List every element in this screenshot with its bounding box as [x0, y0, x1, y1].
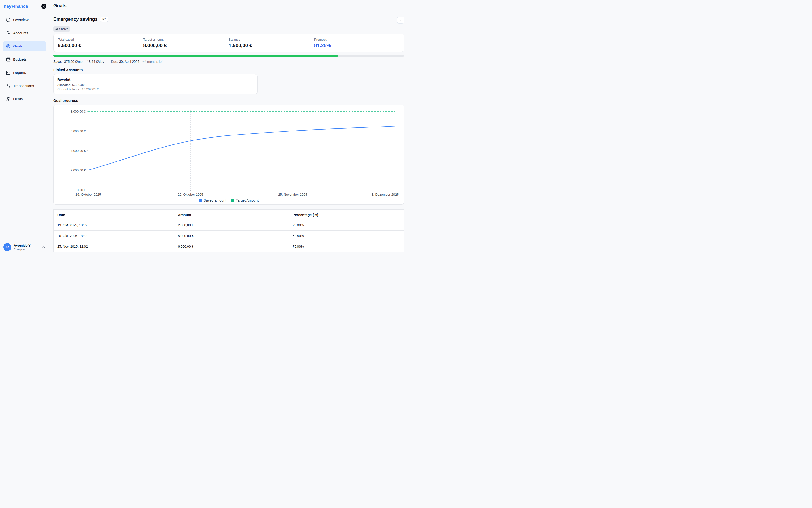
- sidebar-collapse-button[interactable]: [41, 4, 46, 9]
- sidebar-item-label: Budgets: [13, 57, 27, 61]
- chart-legend: Saved amountTarget Amount: [57, 198, 400, 202]
- pie-chart-icon: [6, 17, 11, 22]
- sidebar-item-label: Goals: [13, 44, 23, 48]
- due-label: Due:: [111, 60, 118, 64]
- x-axis-tick-label: 20. Oktober 2025: [178, 193, 203, 197]
- table-cell: 25.00%: [289, 220, 404, 230]
- legend-label: Saved amount: [204, 198, 227, 202]
- priority-badge: P2: [100, 17, 108, 22]
- sidebar-item-label: Overview: [13, 18, 29, 22]
- arrows-icon: [6, 84, 11, 88]
- goal-title-wrap: Emergency savings P2: [53, 16, 108, 22]
- sidebar-item-label: Debts: [13, 97, 23, 101]
- x-axis-tick-label: 3. Dezember 2025: [372, 193, 399, 197]
- sidebar-item-debts[interactable]: Debts: [3, 94, 46, 104]
- y-axis-tick-label: 4.000,00 €: [70, 149, 86, 153]
- due-date: 30. April 2026: [119, 60, 139, 64]
- sidebar-item-overview[interactable]: Overview: [3, 15, 46, 25]
- save-daily: 13,64 €/day: [87, 60, 104, 64]
- stat-value: 6.500,00 €: [58, 42, 143, 48]
- account-name: Revolut: [57, 77, 253, 81]
- table-cell: 5.000,00 €: [174, 230, 289, 241]
- kebab-icon: [399, 18, 402, 22]
- user-info: Ayomide Y Core plan: [14, 244, 31, 251]
- y-axis-tick-label: 2.000,00 €: [70, 169, 86, 172]
- debt-icon: [6, 97, 11, 101]
- save-monthly: 375,00 €/mo: [64, 60, 83, 64]
- sidebar-item-reports[interactable]: Reports: [3, 68, 46, 78]
- vertical-divider: [107, 60, 108, 64]
- sidebar-item-label: Accounts: [13, 31, 28, 35]
- account-allocated: Allocated: 6.500,00 €: [57, 83, 253, 87]
- stat-target-amount: Target amount8.000,00 €: [143, 38, 229, 48]
- saved-amount-line: [88, 126, 395, 170]
- y-axis-tick-label: 8.000,00 €: [70, 110, 86, 113]
- table-cell: 20. Okt. 2025, 18:32: [54, 230, 174, 241]
- user-menu[interactable]: AY Ayomide Y Core plan: [0, 240, 49, 254]
- sidebar-header: heyFinance: [0, 0, 49, 10]
- sidebar-item-budgets[interactable]: Budgets: [3, 54, 46, 65]
- table-cell: 75.00%: [289, 241, 404, 252]
- table-row: 19. Okt. 2025, 18:322.000,00 €25.00%: [54, 220, 404, 230]
- table-row: 25. Nov. 2025, 22:026.000,00 €75.00%: [54, 241, 404, 252]
- goal-progress-bar: [53, 55, 404, 57]
- sidebar-item-label: Reports: [13, 71, 26, 75]
- goal-title: Emergency savings: [53, 16, 98, 22]
- legend-item-saved-amount: Saved amount: [199, 198, 227, 202]
- table-cell: 2.000,00 €: [174, 220, 289, 230]
- column-header: Amount: [174, 210, 289, 220]
- app-logo: heyFinance: [4, 4, 28, 9]
- due-remaining: · ~4 months left: [141, 60, 163, 64]
- save-label: Save:: [53, 60, 62, 64]
- y-axis-tick-label: 0,00 €: [77, 188, 86, 192]
- table-cell: 25. Nov. 2025, 22:02: [54, 241, 174, 252]
- table-cell: 62.50%: [289, 230, 404, 241]
- sidebar-item-transactions[interactable]: Transactions: [3, 81, 46, 91]
- goal-header-row: Emergency savings P2: [53, 16, 404, 24]
- goal-progress-title: Goal progress: [53, 98, 404, 103]
- target-icon: [6, 44, 11, 49]
- main-content: Goals Emergency savings P2 Shared Total …: [49, 0, 406, 254]
- app-root: heyFinance OverviewAccountsGoalsBudgetsR…: [0, 0, 406, 254]
- shared-badge-label: Shared: [59, 28, 68, 31]
- goal-progress-chart-card: 0,00 €2.000,00 €4.000,00 €6.000,00 €8.00…: [53, 105, 404, 205]
- goal-progress-fill: [53, 55, 338, 57]
- legend-swatch: [199, 199, 202, 202]
- wallet-icon: [6, 57, 11, 62]
- stat-total-saved: Total saved6.500,00 €: [58, 38, 143, 48]
- linked-account-card[interactable]: Revolut Allocated: 6.500,00 € Current ba…: [53, 74, 257, 94]
- bank-icon: [6, 31, 11, 35]
- column-header: Date: [54, 210, 174, 220]
- account-balance: Current balance: 13.262,61 €: [57, 87, 253, 91]
- table-cell: 6.000,00 €: [174, 241, 289, 252]
- legend-swatch: [231, 199, 235, 202]
- table-row: 20. Okt. 2025, 18:325.000,00 €62.50%: [54, 230, 404, 241]
- table-header: DateAmountPercentage (%): [54, 210, 404, 220]
- goal-stats-card: Total saved6.500,00 €Target amount8.000,…: [53, 34, 404, 52]
- linked-accounts-title: Linked Accounts: [53, 68, 404, 72]
- save-summary: Save: 375,00 €/mo · 13,64 €/day Due: 30.…: [53, 60, 404, 64]
- y-axis-tick-label: 6.000,00 €: [70, 129, 86, 133]
- stat-value: 81.25%: [314, 42, 400, 48]
- chevron-up-icon: [42, 245, 46, 249]
- stat-label: Target amount: [143, 38, 229, 41]
- shared-badge: Shared: [53, 27, 70, 32]
- x-axis-tick-label: 25. November 2025: [278, 193, 307, 197]
- sidebar-item-accounts[interactable]: Accounts: [3, 28, 46, 38]
- table-header-row: DateAmountPercentage (%): [54, 210, 404, 220]
- goal-history-table: DateAmountPercentage (%) 19. Okt. 2025, …: [53, 209, 404, 252]
- stat-value: 8.000,00 €: [143, 42, 229, 48]
- column-header: Percentage (%): [289, 210, 404, 220]
- goal-detail: Emergency savings P2 Shared Total saved6…: [49, 12, 406, 252]
- chart-icon: [6, 70, 11, 75]
- chevron-left-icon: [43, 5, 46, 8]
- legend-item-target-amount: Target Amount: [231, 198, 259, 202]
- sidebar-item-goals[interactable]: Goals: [3, 41, 46, 51]
- stat-label: Progress: [314, 38, 400, 41]
- page-header: Goals: [49, 0, 406, 12]
- sidebar: heyFinance OverviewAccountsGoalsBudgetsR…: [0, 0, 49, 254]
- goal-menu-button[interactable]: [397, 16, 404, 24]
- users-icon: [55, 28, 58, 31]
- user-name: Ayomide Y: [14, 244, 31, 247]
- stat-label: Total saved: [58, 38, 143, 41]
